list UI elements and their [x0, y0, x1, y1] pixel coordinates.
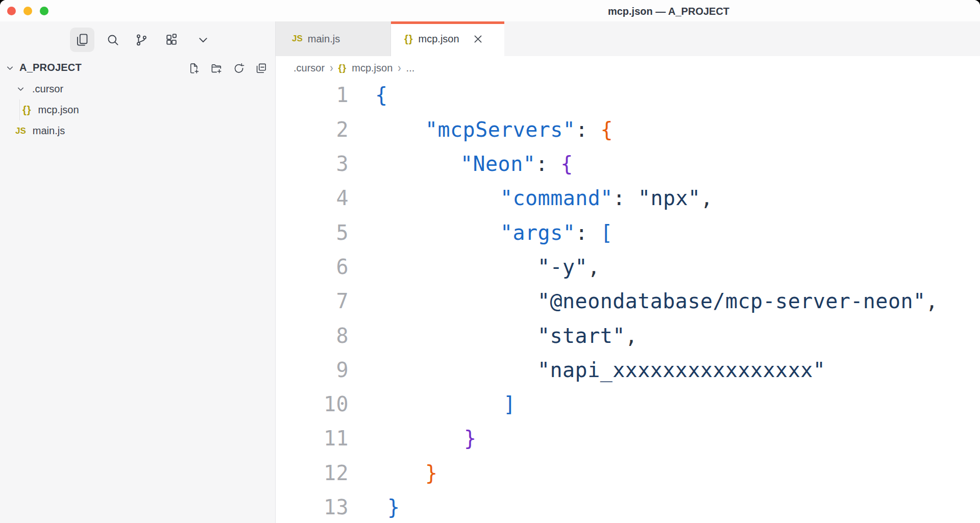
code-text: "napi_xxxxxxxxxxxxxxxx" — [349, 358, 825, 382]
tab-main-js[interactable]: JSmain.js — [276, 21, 391, 56]
line-number: 10 — [276, 392, 349, 416]
explorer-actions — [185, 60, 270, 77]
json-file-icon: {} — [404, 33, 413, 45]
line-number: 2 — [276, 118, 349, 141]
extensions-icon — [164, 33, 179, 47]
line-number: 1 — [276, 83, 349, 107]
code-line-8[interactable]: 8"start", — [276, 318, 980, 353]
tree-item-label: .cursor — [32, 83, 63, 95]
app-window: mcp.json — A_PROJECT A_PROJECT .cursor{}… — [0, 0, 980, 523]
tab-mcp-json[interactable]: {}mcp.json — [391, 21, 504, 56]
source-control-icon-button[interactable] — [129, 28, 154, 52]
code-line-12[interactable]: 12} — [276, 456, 980, 490]
code-line-1[interactable]: 1{ — [276, 78, 980, 112]
window-title: mcp.json — A_PROJECT — [531, 0, 806, 21]
tab-label: mcp.json — [419, 33, 459, 45]
indent-guide — [19, 99, 20, 120]
close-tab-icon[interactable] — [472, 32, 485, 45]
tree-item-mcp-json[interactable]: {}mcp.json — [0, 99, 275, 120]
javascript-file-icon: JS — [292, 34, 303, 44]
code-text: "mcpServers": { — [349, 118, 613, 141]
code-line-7[interactable]: 7"@neondatabase/mcp-server-neon", — [276, 284, 980, 318]
new-folder-icon-button[interactable] — [208, 60, 225, 77]
code-line-9[interactable]: 9"napi_xxxxxxxxxxxxxxxx" — [276, 353, 980, 387]
code-text: } — [349, 427, 477, 450]
code-text: "args": [ — [349, 221, 613, 244]
code-text: "Neon": { — [349, 152, 573, 176]
active-tab-accent — [391, 21, 504, 24]
refresh-explorer-icon-button[interactable] — [230, 60, 247, 77]
code-line-5[interactable]: 5"args": [ — [276, 215, 980, 250]
javascript-file-icon: JS — [15, 126, 26, 136]
chevron-down-icon — [16, 84, 26, 94]
line-number: 6 — [276, 255, 349, 279]
line-number: 9 — [276, 358, 349, 382]
code-line-10[interactable]: 10] — [276, 387, 980, 421]
more-views-icon-button[interactable] — [191, 28, 215, 52]
code-text: ] — [349, 392, 516, 416]
code-text: } — [349, 461, 438, 485]
close-button[interactable] — [7, 7, 16, 15]
explorer-root-label[interactable]: A_PROJECT — [19, 62, 82, 73]
sidebar: A_PROJECT .cursor{}mcp.jsonJSmain.js — [0, 21, 275, 523]
code-text: "@neondatabase/mcp-server-neon", — [349, 289, 938, 313]
line-number: 13 — [276, 495, 349, 519]
line-number: 11 — [276, 427, 349, 450]
activity-bar — [0, 28, 275, 54]
code-line-4[interactable]: 4"command": "npx", — [276, 181, 980, 215]
code-text: "start", — [349, 324, 638, 347]
code-text: } — [349, 495, 400, 519]
tree-item-cursor[interactable]: .cursor — [0, 79, 275, 99]
tab-label: main.js — [308, 33, 340, 45]
chevron-down-icon[interactable] — [5, 63, 15, 73]
code-line-11[interactable]: 11} — [276, 421, 980, 456]
code-text: "-y", — [349, 255, 600, 279]
explorer-icon-button[interactable] — [70, 28, 94, 52]
json-file-icon: {} — [22, 104, 32, 116]
source-control-icon — [134, 33, 149, 47]
extensions-icon-button[interactable] — [159, 28, 184, 52]
line-number: 5 — [276, 221, 349, 244]
code-text: "command": "npx", — [349, 186, 713, 210]
tree-item-label: mcp.json — [38, 104, 79, 116]
files-icon — [75, 33, 89, 47]
collapse-folders-icon-button[interactable] — [253, 60, 270, 77]
new-file-icon-button[interactable] — [185, 60, 202, 77]
tree-item-label: main.js — [33, 125, 65, 137]
code-area[interactable]: 1{2"mcpServers": {3"Neon": {4"command": … — [276, 56, 980, 523]
code-line-2[interactable]: 2"mcpServers": { — [276, 112, 980, 147]
tree-item-main-js[interactable]: JSmain.js — [0, 120, 275, 141]
line-number: 4 — [276, 186, 349, 210]
search-icon-button[interactable] — [101, 28, 125, 52]
line-number: 3 — [276, 152, 349, 176]
code-line-13[interactable]: 13} — [276, 490, 980, 523]
traffic-lights — [7, 7, 48, 15]
title-bar: mcp.json — A_PROJECT — [0, 0, 980, 21]
chevron-down-icon — [196, 33, 210, 47]
line-number: 7 — [276, 289, 349, 313]
code-line-6[interactable]: 6"-y", — [276, 250, 980, 284]
zoom-button[interactable] — [40, 7, 48, 15]
explorer-header[interactable]: A_PROJECT — [0, 57, 275, 79]
editor-pane[interactable]: .cursor›{}mcp.json›... 1{2"mcpServers": … — [276, 56, 980, 523]
line-number: 8 — [276, 324, 349, 347]
code-text: { — [349, 83, 388, 107]
code-line-3[interactable]: 3"Neon": { — [276, 146, 980, 181]
tab-bar: JSmain.js{}mcp.json — [276, 21, 980, 56]
search-icon — [106, 33, 120, 47]
line-number: 12 — [276, 461, 349, 485]
minimize-button[interactable] — [23, 7, 32, 15]
